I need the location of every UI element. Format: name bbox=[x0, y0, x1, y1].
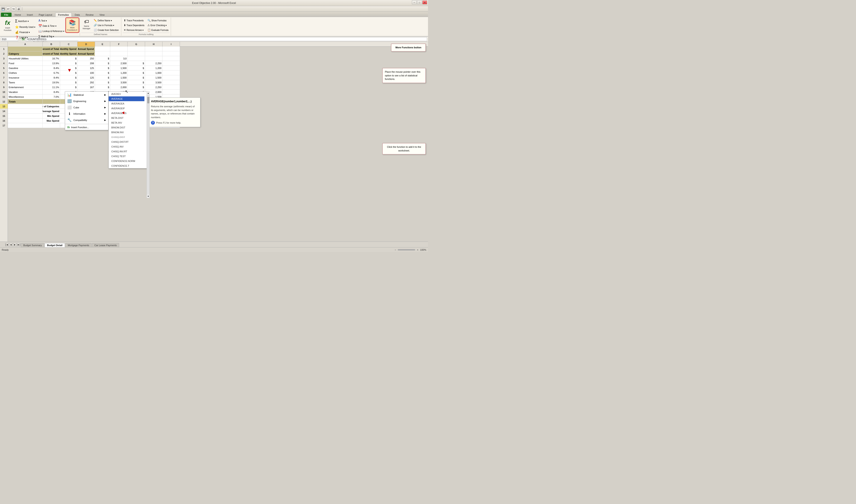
cell-f9[interactable]: 2,000 bbox=[110, 85, 128, 90]
cell-e9[interactable]: $ bbox=[95, 85, 110, 90]
cell-b15[interactable]: Min Spend bbox=[43, 113, 60, 119]
stat-item-avedev[interactable]: AVEDEV bbox=[109, 92, 144, 96]
cell-a1[interactable] bbox=[8, 47, 43, 51]
row-num-3[interactable]: 3 bbox=[0, 56, 7, 61]
next-sheet-button[interactable]: ► bbox=[13, 243, 17, 246]
cell-c1[interactable]: Monthly Spend bbox=[60, 47, 77, 51]
tab-home[interactable]: Home bbox=[12, 13, 24, 17]
financial-button[interactable]: 💰 Financial ▾ bbox=[14, 30, 36, 35]
cell-i9[interactable] bbox=[162, 85, 180, 90]
cell-a15[interactable] bbox=[8, 113, 43, 119]
cell-b16[interactable]: Max Spend bbox=[43, 119, 60, 123]
cell-c8[interactable]: $ bbox=[60, 80, 77, 85]
cell-c2[interactable]: Monthly Spend bbox=[60, 51, 77, 56]
create-from-selection-button[interactable]: ⬜ Create from Selection bbox=[92, 28, 120, 32]
col-header-i[interactable]: I bbox=[162, 42, 180, 47]
stat-item-betadist[interactable]: BETA.DIST bbox=[109, 115, 144, 120]
error-checking-button[interactable]: ⚠ Error Checking ▾ bbox=[146, 23, 170, 28]
stat-item-average[interactable]: AVERAGE bbox=[109, 96, 144, 101]
cell-f1[interactable] bbox=[110, 47, 128, 51]
cell-h2[interactable] bbox=[145, 51, 162, 56]
define-name-button[interactable]: ✏️ Define Name ▾ bbox=[92, 18, 120, 23]
cell-a11[interactable]: Miscellaneous bbox=[8, 94, 43, 99]
cell-f2[interactable] bbox=[110, 51, 128, 56]
tab-data[interactable]: Data bbox=[72, 13, 83, 17]
cell-a9[interactable]: Entertainment bbox=[8, 85, 43, 90]
cell-b3[interactable]: 16.7% bbox=[43, 56, 60, 61]
trace-precedents-button[interactable]: ⬆ Trace Precedents bbox=[123, 18, 145, 23]
cell-g9[interactable]: $ bbox=[128, 85, 145, 90]
col-header-d[interactable]: D bbox=[77, 42, 95, 47]
cell-a6[interactable]: Clothes bbox=[8, 71, 43, 75]
cell-d3[interactable]: 250 bbox=[77, 56, 95, 61]
cell-h1[interactable] bbox=[145, 47, 162, 51]
formula-input[interactable] bbox=[26, 37, 427, 41]
stat-item-chisqinv[interactable]: CHISQ.INV bbox=[109, 144, 144, 149]
stat-item-confidencenorm[interactable]: CONFIDENCE.NORM bbox=[109, 159, 144, 163]
cell-d1[interactable]: Annual Spend bbox=[77, 47, 95, 51]
cell-e8[interactable]: $ bbox=[95, 80, 110, 85]
row-num-9[interactable]: 9 bbox=[0, 85, 7, 90]
math-trig-button[interactable]: ∑ Math & Trig ▾ bbox=[37, 34, 65, 39]
date-time-button[interactable]: 📅 Date & Time ▾ bbox=[37, 23, 65, 28]
print-qat-button[interactable]: 🖨 bbox=[17, 7, 21, 11]
cell-e6[interactable]: $ bbox=[95, 71, 110, 75]
name-manager-button[interactable]: 🏷 NameManager bbox=[81, 18, 92, 31]
cell-b9[interactable]: 11.1% bbox=[43, 85, 60, 90]
cell-i10[interactable] bbox=[162, 90, 180, 94]
tab-formulas[interactable]: Formulas bbox=[55, 13, 72, 17]
cell-a5[interactable]: Gasoline bbox=[8, 66, 43, 71]
cell-g4[interactable]: $ bbox=[128, 61, 145, 66]
cell-b6[interactable]: 6.7% bbox=[43, 71, 60, 75]
cell-d8[interactable]: 292 bbox=[77, 80, 95, 85]
cell-i2[interactable] bbox=[162, 51, 180, 56]
insert-function-menu-item[interactable]: fx Insert Function... bbox=[65, 124, 108, 130]
maximize-button[interactable]: □ bbox=[417, 0, 422, 4]
stat-item-chisqinvrt[interactable]: CHISQ.INV.RT bbox=[109, 149, 144, 154]
tab-review[interactable]: Review bbox=[83, 13, 96, 17]
col-header-b[interactable]: B bbox=[43, 42, 60, 47]
cell-h6[interactable]: 1,000 bbox=[145, 71, 162, 75]
cell-a14[interactable] bbox=[8, 109, 43, 113]
cell-i3[interactable] bbox=[162, 56, 180, 61]
cell-b10[interactable]: 8.4% bbox=[43, 90, 60, 94]
row-num-4[interactable]: 4 bbox=[0, 61, 7, 66]
tab-insert[interactable]: Insert bbox=[24, 13, 36, 17]
scroll-down-button[interactable]: ▼ bbox=[147, 195, 150, 198]
cell-f4[interactable]: 2,500 bbox=[110, 61, 128, 66]
row-num-2[interactable]: 2 bbox=[0, 51, 7, 56]
cell-d9[interactable]: 167 bbox=[77, 85, 95, 90]
sheet-tab-car-lease[interactable]: Car Lease Payments bbox=[92, 243, 119, 247]
cell-b14[interactable]: Average Spend bbox=[43, 109, 60, 113]
cell-d5[interactable]: 125 bbox=[77, 66, 95, 71]
cell-b11[interactable]: 7.0% bbox=[43, 94, 60, 99]
stat-submenu-scrollbar[interactable]: ▲ ▼ bbox=[146, 91, 150, 198]
stat-item-binominv[interactable]: BINOM.INV bbox=[109, 130, 144, 135]
cell-f5[interactable]: 1,500 bbox=[110, 66, 128, 71]
statistical-menu-item[interactable]: 📊 Statistical ▶ bbox=[65, 92, 108, 98]
use-in-formula-button[interactable]: 🔗 Use in Formula ▾ bbox=[92, 23, 120, 28]
col-header-a[interactable]: A bbox=[8, 42, 43, 47]
cell-d2[interactable]: Annual Spend bbox=[77, 51, 95, 56]
cell-d6[interactable]: 100 bbox=[77, 71, 95, 75]
insert-function-button[interactable]: fx InsertFunction bbox=[2, 18, 13, 32]
cell-a10[interactable]: Vacation bbox=[8, 90, 43, 94]
cell-h4[interactable]: 2,250 bbox=[145, 61, 162, 66]
cell-b1[interactable]: Percent of Total bbox=[43, 47, 60, 51]
row-num-12[interactable]: 12 bbox=[0, 99, 7, 104]
cell-e1[interactable] bbox=[95, 47, 110, 51]
cell-g7[interactable]: $ bbox=[128, 75, 145, 80]
cell-b7[interactable]: 8.4% bbox=[43, 75, 60, 80]
cell-a17[interactable] bbox=[8, 123, 43, 128]
cell-c7[interactable]: $ bbox=[60, 75, 77, 80]
row-num-6[interactable]: 6 bbox=[0, 71, 7, 75]
cell-b8[interactable]: 19.5% bbox=[43, 80, 60, 85]
stat-item-betainv[interactable]: BETA.INV bbox=[109, 120, 144, 125]
cell-e7[interactable]: $ bbox=[95, 75, 110, 80]
cell-g1[interactable] bbox=[128, 47, 145, 51]
redo-qat-button[interactable]: ↪ bbox=[11, 7, 16, 11]
col-header-g[interactable]: G bbox=[128, 42, 145, 47]
undo-qat-button[interactable]: ↩ bbox=[6, 7, 11, 11]
scroll-up-button[interactable]: ▲ bbox=[147, 92, 150, 95]
row-num-10[interactable]: 10 bbox=[0, 90, 7, 94]
